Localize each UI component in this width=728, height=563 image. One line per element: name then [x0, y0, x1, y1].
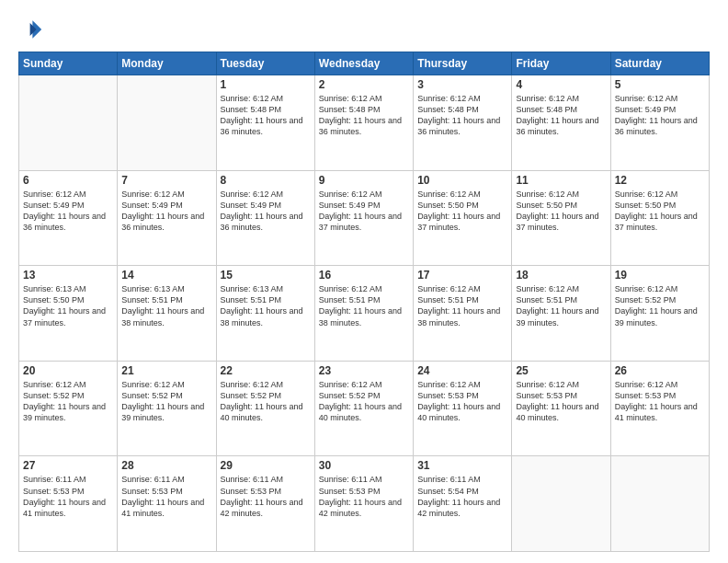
calendar-cell	[19, 75, 118, 171]
day-number: 28	[121, 459, 211, 472]
weekday-row: SundayMondayTuesdayWednesdayThursdayFrid…	[19, 52, 710, 75]
day-info: Sunrise: 6:13 AM Sunset: 5:51 PM Dayligh…	[121, 283, 211, 328]
day-info: Sunrise: 6:11 AM Sunset: 5:54 PM Dayligh…	[417, 474, 507, 519]
calendar: SundayMondayTuesdayWednesdayThursdayFrid…	[18, 52, 710, 552]
calendar-cell: 25Sunrise: 6:12 AM Sunset: 5:53 PM Dayli…	[512, 361, 610, 456]
day-info: Sunrise: 6:12 AM Sunset: 5:51 PM Dayligh…	[516, 283, 606, 328]
calendar-cell: 11Sunrise: 6:12 AM Sunset: 5:50 PM Dayli…	[512, 170, 610, 266]
day-info: Sunrise: 6:12 AM Sunset: 5:52 PM Dayligh…	[23, 379, 113, 424]
day-number: 10	[417, 174, 507, 187]
day-info: Sunrise: 6:12 AM Sunset: 5:48 PM Dayligh…	[516, 93, 606, 138]
calendar-cell: 26Sunrise: 6:12 AM Sunset: 5:53 PM Dayli…	[610, 361, 709, 456]
day-number: 25	[516, 364, 606, 377]
day-info: Sunrise: 6:12 AM Sunset: 5:50 PM Dayligh…	[615, 189, 705, 234]
day-number: 17	[417, 269, 507, 282]
calendar-cell	[610, 456, 709, 552]
day-info: Sunrise: 6:12 AM Sunset: 5:52 PM Dayligh…	[121, 379, 211, 424]
day-info: Sunrise: 6:12 AM Sunset: 5:51 PM Dayligh…	[319, 283, 409, 328]
day-number: 21	[121, 364, 211, 377]
day-info: Sunrise: 6:12 AM Sunset: 5:52 PM Dayligh…	[221, 379, 311, 424]
day-info: Sunrise: 6:13 AM Sunset: 5:51 PM Dayligh…	[221, 283, 311, 328]
weekday-header-saturday: Saturday	[610, 52, 709, 75]
calendar-cell: 22Sunrise: 6:12 AM Sunset: 5:52 PM Dayli…	[216, 361, 314, 456]
day-info: Sunrise: 6:12 AM Sunset: 5:53 PM Dayligh…	[516, 379, 606, 424]
week-row-5: 27Sunrise: 6:11 AM Sunset: 5:53 PM Dayli…	[19, 456, 710, 552]
calendar-cell: 9Sunrise: 6:12 AM Sunset: 5:49 PM Daylig…	[314, 170, 413, 266]
calendar-cell: 19Sunrise: 6:12 AM Sunset: 5:52 PM Dayli…	[610, 266, 709, 362]
calendar-cell: 12Sunrise: 6:12 AM Sunset: 5:50 PM Dayli…	[610, 170, 709, 266]
day-number: 29	[221, 459, 311, 472]
day-number: 30	[319, 459, 409, 472]
calendar-cell: 20Sunrise: 6:12 AM Sunset: 5:52 PM Dayli…	[19, 361, 118, 456]
day-info: Sunrise: 6:11 AM Sunset: 5:53 PM Dayligh…	[319, 474, 409, 519]
day-number: 5	[615, 78, 705, 91]
day-number: 19	[615, 269, 705, 282]
calendar-cell	[118, 75, 216, 171]
day-number: 20	[23, 364, 113, 377]
day-info: Sunrise: 6:12 AM Sunset: 5:48 PM Dayligh…	[319, 93, 409, 138]
calendar-cell: 29Sunrise: 6:11 AM Sunset: 5:53 PM Dayli…	[216, 456, 314, 552]
day-info: Sunrise: 6:13 AM Sunset: 5:50 PM Dayligh…	[23, 283, 113, 328]
weekday-header-wednesday: Wednesday	[314, 52, 413, 75]
calendar-cell: 30Sunrise: 6:11 AM Sunset: 5:53 PM Dayli…	[314, 456, 413, 552]
day-number: 1	[221, 78, 311, 91]
day-number: 23	[319, 364, 409, 377]
day-info: Sunrise: 6:12 AM Sunset: 5:48 PM Dayligh…	[417, 93, 507, 138]
day-info: Sunrise: 6:12 AM Sunset: 5:49 PM Dayligh…	[615, 93, 705, 138]
day-number: 22	[221, 364, 311, 377]
day-info: Sunrise: 6:12 AM Sunset: 5:50 PM Dayligh…	[516, 189, 606, 234]
calendar-cell: 5Sunrise: 6:12 AM Sunset: 5:49 PM Daylig…	[610, 75, 709, 171]
day-info: Sunrise: 6:12 AM Sunset: 5:49 PM Dayligh…	[319, 189, 409, 234]
day-info: Sunrise: 6:12 AM Sunset: 5:52 PM Dayligh…	[319, 379, 409, 424]
week-row-4: 20Sunrise: 6:12 AM Sunset: 5:52 PM Dayli…	[19, 361, 710, 456]
calendar-cell: 17Sunrise: 6:12 AM Sunset: 5:51 PM Dayli…	[414, 266, 512, 362]
day-info: Sunrise: 6:11 AM Sunset: 5:53 PM Dayligh…	[221, 474, 311, 519]
day-number: 11	[516, 174, 606, 187]
calendar-cell: 4Sunrise: 6:12 AM Sunset: 5:48 PM Daylig…	[512, 75, 610, 171]
calendar-cell: 21Sunrise: 6:12 AM Sunset: 5:52 PM Dayli…	[118, 361, 216, 456]
calendar-cell: 16Sunrise: 6:12 AM Sunset: 5:51 PM Dayli…	[314, 266, 413, 362]
day-info: Sunrise: 6:11 AM Sunset: 5:53 PM Dayligh…	[23, 474, 113, 519]
day-info: Sunrise: 6:12 AM Sunset: 5:49 PM Dayligh…	[221, 189, 311, 234]
day-info: Sunrise: 6:12 AM Sunset: 5:51 PM Dayligh…	[417, 283, 507, 328]
calendar-cell: 7Sunrise: 6:12 AM Sunset: 5:49 PM Daylig…	[118, 170, 216, 266]
day-number: 16	[319, 269, 409, 282]
calendar-cell: 28Sunrise: 6:11 AM Sunset: 5:53 PM Dayli…	[118, 456, 216, 552]
day-number: 9	[319, 174, 409, 187]
day-number: 7	[121, 174, 211, 187]
calendar-cell: 6Sunrise: 6:12 AM Sunset: 5:49 PM Daylig…	[19, 170, 118, 266]
calendar-cell: 13Sunrise: 6:13 AM Sunset: 5:50 PM Dayli…	[19, 266, 118, 362]
week-row-2: 6Sunrise: 6:12 AM Sunset: 5:49 PM Daylig…	[19, 170, 710, 266]
calendar-cell: 31Sunrise: 6:11 AM Sunset: 5:54 PM Dayli…	[414, 456, 512, 552]
week-row-1: 1Sunrise: 6:12 AM Sunset: 5:48 PM Daylig…	[19, 75, 710, 171]
day-number: 15	[221, 269, 311, 282]
day-info: Sunrise: 6:12 AM Sunset: 5:49 PM Dayligh…	[23, 189, 113, 234]
weekday-header-tuesday: Tuesday	[216, 52, 314, 75]
page: SundayMondayTuesdayWednesdayThursdayFrid…	[0, 0, 728, 563]
header	[18, 17, 710, 42]
day-info: Sunrise: 6:12 AM Sunset: 5:53 PM Dayligh…	[417, 379, 507, 424]
calendar-cell	[512, 456, 610, 552]
logo-icon	[18, 17, 44, 42]
weekday-header-friday: Friday	[512, 52, 610, 75]
logo	[18, 17, 48, 42]
day-info: Sunrise: 6:12 AM Sunset: 5:49 PM Dayligh…	[121, 189, 211, 234]
day-number: 26	[615, 364, 705, 377]
day-number: 2	[319, 78, 409, 91]
day-info: Sunrise: 6:12 AM Sunset: 5:52 PM Dayligh…	[615, 283, 705, 328]
day-number: 24	[417, 364, 507, 377]
day-number: 27	[23, 459, 113, 472]
calendar-cell: 1Sunrise: 6:12 AM Sunset: 5:48 PM Daylig…	[216, 75, 314, 171]
calendar-header: SundayMondayTuesdayWednesdayThursdayFrid…	[19, 52, 710, 75]
weekday-header-sunday: Sunday	[19, 52, 118, 75]
calendar-cell: 23Sunrise: 6:12 AM Sunset: 5:52 PM Dayli…	[314, 361, 413, 456]
weekday-header-monday: Monday	[118, 52, 216, 75]
day-number: 4	[516, 78, 606, 91]
calendar-cell: 27Sunrise: 6:11 AM Sunset: 5:53 PM Dayli…	[19, 456, 118, 552]
week-row-3: 13Sunrise: 6:13 AM Sunset: 5:50 PM Dayli…	[19, 266, 710, 362]
calendar-cell: 24Sunrise: 6:12 AM Sunset: 5:53 PM Dayli…	[414, 361, 512, 456]
day-info: Sunrise: 6:12 AM Sunset: 5:48 PM Dayligh…	[221, 93, 311, 138]
weekday-header-thursday: Thursday	[414, 52, 512, 75]
day-number: 13	[23, 269, 113, 282]
day-number: 31	[417, 459, 507, 472]
